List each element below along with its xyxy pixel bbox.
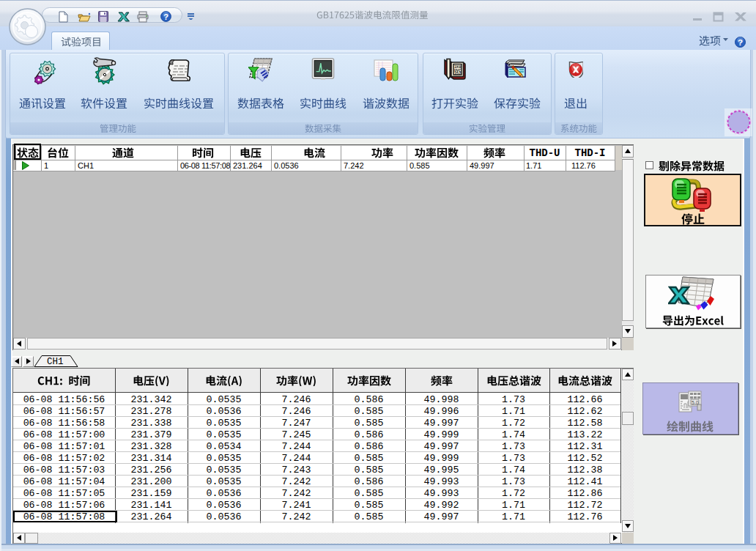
- svg-text:?: ?: [738, 38, 743, 47]
- svg-text:?: ?: [163, 12, 168, 21]
- svg-text:5.0: 5.0: [692, 400, 699, 405]
- svg-text:352: 352: [454, 72, 461, 76]
